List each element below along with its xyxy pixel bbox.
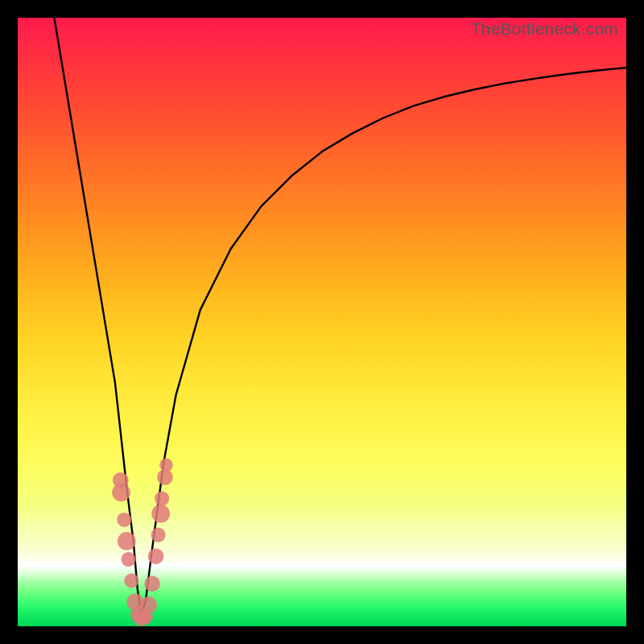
data-marker bbox=[140, 597, 157, 613]
data-marker bbox=[117, 513, 131, 527]
data-marker bbox=[159, 458, 173, 472]
data-marker bbox=[148, 548, 164, 564]
data-marker bbox=[118, 532, 136, 551]
plot-area: TheBottleneck.com bbox=[18, 18, 626, 626]
data-marker bbox=[151, 505, 170, 523]
data-marker bbox=[144, 576, 160, 592]
data-marker bbox=[151, 528, 166, 543]
data-marker bbox=[157, 469, 173, 485]
watermark-text: TheBottleneck.com bbox=[471, 19, 618, 39]
chart-frame: TheBottleneck.com bbox=[0, 0, 644, 644]
curve-layer bbox=[18, 18, 626, 626]
data-marker bbox=[122, 552, 136, 567]
bottleneck-curve bbox=[54, 18, 626, 614]
data-marker bbox=[124, 573, 138, 588]
data-marker bbox=[112, 483, 130, 502]
marker-layer bbox=[112, 458, 173, 626]
data-marker bbox=[155, 491, 169, 506]
